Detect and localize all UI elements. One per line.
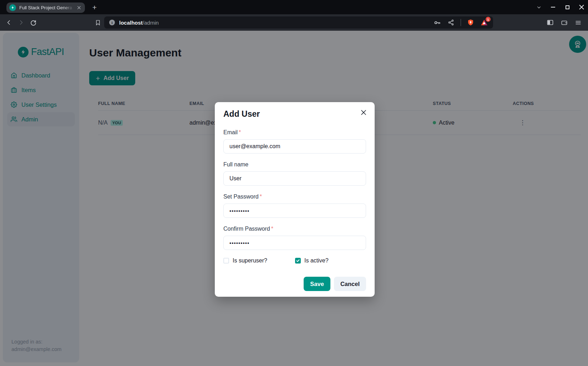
confirm-password-field[interactable] [223,236,366,250]
wallet-icon[interactable] [560,18,568,27]
full-name-label: Full name [223,161,366,168]
checkbox-row: Is superuser? Is active? [223,257,366,264]
set-password-field[interactable] [223,204,366,218]
tab-search-chevron-icon[interactable] [536,4,542,10]
is-active-checkbox[interactable]: Is active? [295,257,329,264]
is-superuser-checkbox[interactable]: Is superuser? [223,257,295,264]
email-field-group: Email* [223,129,366,154]
address-bar[interactable]: i localhost/admin 1 [104,16,493,29]
sidebar-toggle-icon[interactable] [546,18,554,27]
password-field-group: Set Password* [223,193,366,218]
tab-title: Full Stack Project Genera [19,5,76,10]
cancel-button[interactable]: Cancel [334,277,366,291]
is-active-label: Is active? [304,257,329,264]
key-icon[interactable] [433,18,441,27]
tab-close-icon[interactable] [76,5,82,11]
browser-window: Full Stack Project Genera + [0,0,588,366]
fastapi-favicon-icon [9,4,16,11]
is-superuser-label: Is superuser? [233,257,267,264]
bookmark-icon[interactable] [93,18,102,27]
password-label: Set Password* [223,193,366,200]
url-host: localhost [119,20,143,26]
checkbox-checked-icon [295,258,301,264]
save-button[interactable]: Save [304,277,330,291]
required-asterisk: * [271,226,273,232]
required-asterisk: * [239,129,241,135]
modal-close-button[interactable] [358,107,369,118]
email-label: Email* [223,129,366,136]
tab-bar: Full Stack Project Genera + [0,0,588,14]
toolbar-right-actions [546,18,584,27]
minimize-button[interactable] [550,4,556,10]
close-window-button[interactable] [579,4,584,10]
address-bar-actions: 1 [433,18,488,27]
brave-shield-icon[interactable] [466,18,475,27]
window-controls [536,0,584,14]
back-button[interactable] [4,18,14,27]
site-info-icon[interactable]: i [109,20,115,25]
reload-button[interactable] [29,18,38,27]
new-tab-button[interactable]: + [90,3,99,12]
url-path: /admin [143,20,159,26]
browser-toolbar: i localhost/admin 1 [0,14,588,31]
rewards-badge: 1 [486,17,491,22]
modal-actions: Save Cancel [223,277,366,291]
modal-title: Add User [223,109,366,119]
confirm-password-field-group: Confirm Password* [223,225,366,250]
page-viewport: FastAPI Dashboard Items User Settings Ad… [0,31,588,366]
required-asterisk: * [260,194,262,200]
forward-button[interactable] [16,18,26,27]
share-icon[interactable] [447,18,455,27]
menu-icon[interactable] [574,18,582,27]
full-name-field[interactable] [223,171,366,186]
toolbar-divider [461,19,461,26]
browser-tab[interactable]: Full Stack Project Genera [6,2,85,13]
full-name-field-group: Full name [223,161,366,186]
confirm-password-label: Confirm Password* [223,225,366,232]
add-user-modal: Add User Email* Full name Set Password* … [215,102,375,297]
maximize-button[interactable] [564,4,570,10]
brave-rewards-icon[interactable]: 1 [480,19,488,26]
email-field[interactable] [223,139,366,154]
close-icon [361,110,366,115]
url-text[interactable]: localhost/admin [119,20,159,26]
checkbox-unchecked-icon [223,258,229,264]
